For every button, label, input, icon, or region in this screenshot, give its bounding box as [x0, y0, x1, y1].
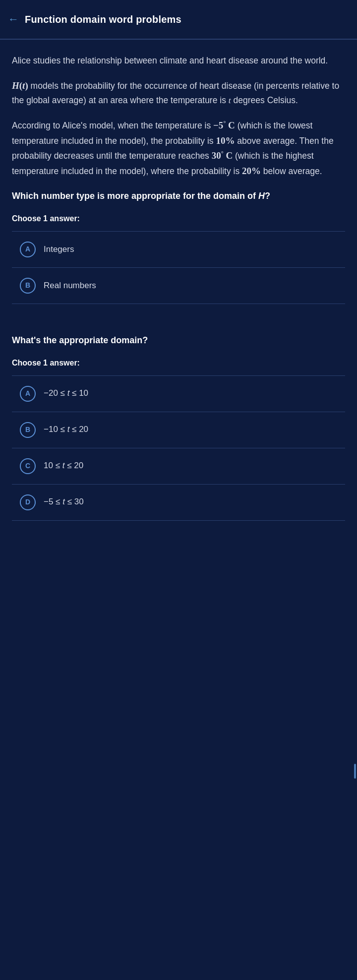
para3-part1: According to Alice's model, when the tem… [12, 121, 213, 130]
options-group-1: A Integers B Real numbers [12, 231, 345, 304]
q1-H: H [258, 191, 265, 201]
function-notation: H(t) [12, 80, 28, 91]
option-circle-C2: C [20, 458, 36, 474]
option-text-B2: −10 ≤ t ≤ 20 [44, 423, 88, 436]
option-text-B1: Real numbers [44, 279, 96, 292]
option-2-A[interactable]: A −20 ≤ t ≤ 10 [12, 376, 345, 412]
option-2-C[interactable]: C 10 ≤ t ≤ 20 [12, 448, 345, 485]
q1-text: Which number type is more appropriate fo… [12, 191, 258, 201]
choose-label-1: Choose 1 answer: [12, 213, 345, 231]
second-question-section: What's the appropriate domain? Choose 1 … [0, 304, 357, 521]
option-1-B[interactable]: B Real numbers [12, 268, 345, 304]
option-circle-A2: A [20, 386, 36, 402]
option-circle-B1: B [20, 278, 36, 294]
option-text-C2: 10 ≤ t ≤ 20 [44, 459, 83, 472]
option-circle-B2: B [20, 422, 36, 438]
paragraph-2: H(t) models the probability for the occu… [12, 78, 345, 107]
variable-t: t [229, 95, 231, 105]
choose-label-2: Choose 1 answer: [12, 357, 345, 375]
paragraph-2-end: degrees Celsius. [234, 95, 298, 105]
back-button[interactable]: ← [8, 11, 19, 28]
option-text-A2: −20 ≤ t ≤ 10 [44, 387, 88, 400]
para3-part5: below average. [261, 166, 322, 176]
q1-end: ? [265, 191, 270, 201]
temp-high: 30° C [212, 150, 233, 161]
prob-high: 20% [242, 166, 261, 176]
prob-low: 10% [216, 135, 235, 146]
page-header: ← Function domain word problems [0, 0, 357, 40]
option-text-D2: −5 ≤ t ≤ 30 [44, 495, 84, 508]
option-text-A1: Integers [44, 243, 74, 256]
page-title: Function domain word problems [25, 12, 181, 27]
problem-content: Alice studies the relationship between c… [0, 40, 357, 304]
option-1-A[interactable]: A Integers [12, 232, 345, 268]
option-circle-A1: A [20, 242, 36, 257]
option-2-D[interactable]: D −5 ≤ t ≤ 30 [12, 485, 345, 521]
question-1: Which number type is more appropriate fo… [12, 189, 345, 203]
option-circle-D2: D [20, 494, 36, 510]
question-2: What's the appropriate domain? [12, 334, 345, 347]
paragraph-1: Alice studies the relationship between c… [12, 54, 345, 67]
paragraph-3: According to Alice's model, when the tem… [12, 118, 345, 179]
options-group-2: A −20 ≤ t ≤ 10 B −10 ≤ t ≤ 20 C 10 ≤ t ≤… [12, 375, 345, 521]
option-2-B[interactable]: B −10 ≤ t ≤ 20 [12, 412, 345, 448]
temp-low: −5° C [213, 120, 235, 130]
